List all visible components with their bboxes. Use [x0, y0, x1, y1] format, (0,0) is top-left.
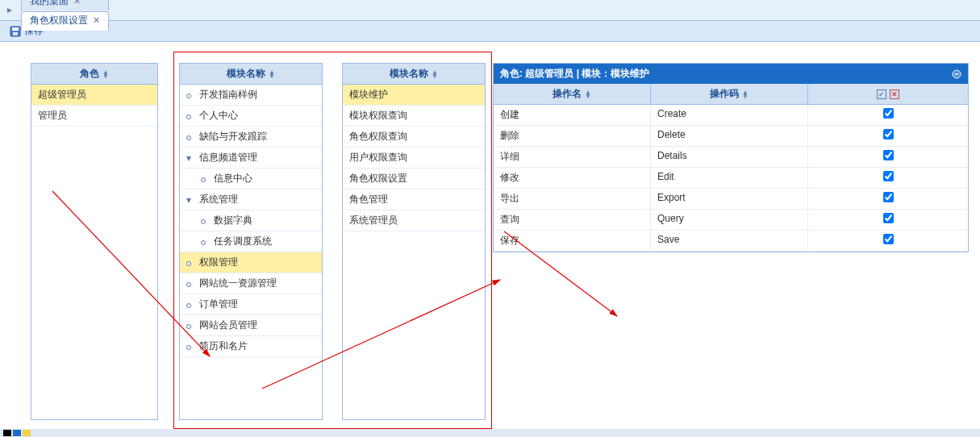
module-label: 系统管理: [199, 193, 238, 206]
col-op-code[interactable]: 操作码 ▲▼: [651, 84, 808, 104]
chevron-down-icon[interactable]: ▾: [186, 152, 194, 164]
tab-1[interactable]: 角色权限设置✕: [21, 11, 109, 31]
role-list: 超级管理员管理员: [31, 85, 157, 419]
op-checkbox[interactable]: [883, 108, 894, 119]
module-label: 网站统一资源管理: [199, 277, 277, 290]
role-panel-header[interactable]: 角色 ▲▼: [31, 64, 157, 85]
module-row[interactable]: 角色管理: [343, 189, 485, 210]
operation-row: 修改Edit: [494, 168, 968, 189]
sort-icon[interactable]: ▲▼: [269, 70, 275, 78]
module-row[interactable]: ▾信息频道管理: [180, 148, 322, 169]
module1-header[interactable]: 模块名称 ▲▼: [180, 64, 322, 85]
operation-row: 删除Delete: [494, 126, 968, 147]
module-panel-2: 模块名称 ▲▼ 模块维护模块权限查询角色权限查询用户权限查询角色权限设置角色管理…: [342, 63, 486, 420]
op-checkbox[interactable]: [883, 213, 894, 223]
bullet-icon[interactable]: [186, 257, 194, 268]
tab-expand-icon[interactable]: [3, 4, 16, 17]
theme-swatch-black[interactable]: [3, 430, 11, 436]
module2-header[interactable]: 模块名称 ▲▼: [343, 64, 485, 85]
toolbar: 保存: [0, 21, 980, 42]
bullet-icon[interactable]: [186, 341, 194, 352]
bullet-icon[interactable]: [186, 278, 194, 289]
module-label: 简历和名片: [199, 339, 248, 353]
tab-0[interactable]: 我的桌面✕: [21, 0, 109, 10]
role-row[interactable]: 超级管理员: [31, 85, 157, 106]
module-row[interactable]: 缺陷与开发跟踪: [180, 127, 322, 148]
sort-icon[interactable]: ▲▼: [585, 90, 591, 98]
module-row[interactable]: ▾系统管理: [180, 189, 322, 210]
op-code-cell: Details: [651, 147, 808, 167]
bullet-icon[interactable]: [201, 215, 209, 227]
bullet-icon[interactable]: [186, 89, 194, 101]
op-name-cell: 查询: [494, 210, 651, 230]
save-icon: [10, 26, 21, 37]
module-row[interactable]: 系统管理员: [343, 210, 485, 231]
bullet-icon[interactable]: [186, 131, 194, 143]
op-checkbox[interactable]: [883, 234, 894, 244]
module-row[interactable]: 角色权限设置: [343, 169, 485, 189]
module-row[interactable]: 网站统一资源管理: [180, 273, 322, 294]
col-op-name[interactable]: 操作名 ▲▼: [494, 84, 651, 104]
role-row[interactable]: 管理员: [31, 106, 157, 127]
module-row[interactable]: 任务调度系统: [180, 231, 322, 252]
module-label: 信息中心: [214, 172, 252, 185]
module-row[interactable]: 开发指南样例: [180, 85, 322, 106]
uncheck-all-icon[interactable]: ✕: [890, 89, 899, 99]
close-icon[interactable]: [952, 69, 961, 79]
module-row[interactable]: 数据字典: [180, 210, 322, 231]
sort-icon[interactable]: ▲▼: [102, 70, 109, 78]
bullet-icon[interactable]: [186, 299, 194, 310]
operation-row: 保存Save: [494, 231, 968, 252]
close-icon[interactable]: ✕: [93, 15, 100, 26]
module-row[interactable]: 模块权限查询: [343, 106, 485, 127]
op-check-cell: [808, 126, 968, 146]
bottom-bar: [0, 429, 980, 437]
module-row[interactable]: 权限管理: [180, 252, 322, 273]
module-row[interactable]: 网站会员管理: [180, 315, 322, 336]
tab-label: 角色权限设置: [30, 14, 88, 27]
sort-icon[interactable]: ▲▼: [742, 90, 749, 98]
role-panel: 角色 ▲▼ 超级管理员管理员: [31, 63, 158, 420]
module-row[interactable]: 个人中心: [180, 106, 322, 127]
module-row[interactable]: 角色权限查询: [343, 127, 485, 148]
module-label: 缺陷与开发跟踪: [199, 130, 267, 144]
op-name-cell: 修改: [494, 168, 651, 188]
theme-swatch-blue[interactable]: [13, 430, 21, 436]
op-name-cell: 导出: [494, 189, 651, 209]
op-code-cell: Create: [651, 105, 808, 125]
module-row[interactable]: 信息中心: [180, 169, 322, 189]
module-row[interactable]: 模块维护: [343, 85, 485, 106]
bullet-icon[interactable]: [186, 110, 194, 122]
check-all-icon[interactable]: ✓: [877, 89, 886, 99]
op-checkbox[interactable]: [883, 192, 894, 202]
module-label: 权限管理: [199, 256, 238, 269]
close-icon[interactable]: ✕: [73, 0, 81, 6]
bullet-icon[interactable]: [201, 173, 209, 185]
op-check-cell: [808, 189, 968, 209]
op-check-cell: [808, 147, 968, 167]
module-label: 开发指南样例: [199, 88, 257, 102]
op-check-cell: [808, 105, 968, 125]
app-root: 我的桌面✕角色权限设置✕ 保存 角色 ▲▼ 超级管理员管理员 模块名称 ▲: [0, 0, 980, 437]
operations-panel: 角色: 超级管理员 | 模块：模块维护 操作名 ▲▼ 操作码 ▲▼ ✓ ✕: [493, 63, 969, 252]
operation-row: 详细Details: [494, 147, 968, 168]
bullet-icon[interactable]: [201, 236, 209, 248]
theme-swatch-yellow[interactable]: [23, 430, 31, 436]
op-checkbox[interactable]: [883, 150, 894, 160]
op-check-cell: [808, 231, 968, 251]
module-row[interactable]: 简历和名片: [180, 336, 322, 357]
op-checkbox[interactable]: [883, 171, 894, 181]
module-row[interactable]: 订单管理: [180, 294, 322, 315]
op-code-cell: Edit: [651, 168, 808, 188]
op-name-cell: 创建: [494, 105, 651, 125]
op-checkbox[interactable]: [883, 129, 894, 139]
sort-icon[interactable]: ▲▼: [432, 70, 438, 78]
role-header-label: 角色: [80, 67, 99, 81]
module-label: 网站会员管理: [199, 318, 257, 332]
chevron-down-icon[interactable]: ▾: [186, 194, 194, 206]
op-name-cell: 详细: [494, 147, 651, 167]
bullet-icon[interactable]: [186, 320, 194, 331]
module-panel-1: 模块名称 ▲▼ 开发指南样例个人中心缺陷与开发跟踪▾信息频道管理信息中心▾系统管…: [179, 63, 323, 420]
module1-list: 开发指南样例个人中心缺陷与开发跟踪▾信息频道管理信息中心▾系统管理数据字典任务调…: [180, 85, 322, 419]
module-row[interactable]: 用户权限查询: [343, 148, 485, 169]
